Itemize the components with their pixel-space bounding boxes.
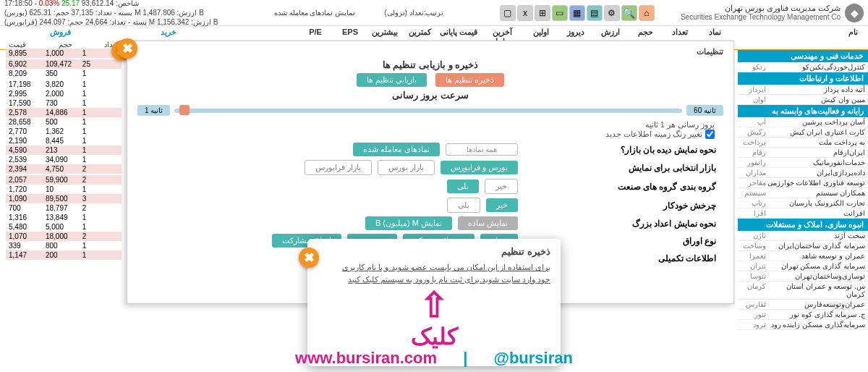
popup-text-link[interactable]: برای استفاده از این امکان می بایست عضو ش… [318, 261, 550, 285]
list-item[interactable]: آسان پرداخت پرشینآپ [738, 117, 868, 127]
traded-label[interactable]: نمایش نمادهای معامله شده [274, 9, 355, 17]
table-row[interactable]: 12134,590 [6, 145, 122, 155]
autorotate-label: چرخش خودکار [521, 200, 723, 211]
list-item[interactable]: سرمایه گذاری ساختمان‌ایرانوساخت [738, 241, 868, 251]
list-item[interactable]: ایران‌ارقامرقام [738, 148, 868, 158]
list-item[interactable]: داده‌پردازی‌ایرانمداران [738, 168, 868, 178]
chart-icon[interactable]: ▤ [587, 5, 603, 21]
table-row[interactable]: 218,0001,070 [6, 232, 122, 241]
table-row[interactable]: 113,8491,316 [6, 213, 122, 222]
excel-icon[interactable]: x [517, 5, 533, 21]
table-row[interactable]: 134,0902,539 [6, 155, 122, 164]
save-restore-title: ذخیره و بازیابی تنظیم ها [137, 59, 723, 70]
autorotate-no-button[interactable]: خیر [486, 198, 518, 212]
list-item[interactable]: عمران‌وتوسعه‌فارسثفارس [738, 300, 868, 310]
list-item[interactable]: سرمایه‌گذاری مسکن زاینده رودثرود [738, 320, 868, 330]
list-item[interactable]: سرمایه گذاری مسکن تهرانثتران [738, 261, 868, 271]
table-row[interactable]: 218,797700 [6, 203, 122, 213]
company-name-en: Securities Exchange Technology Managemen… [681, 13, 841, 22]
box-icon[interactable]: ▢ [500, 5, 516, 21]
table-row[interactable]: 18,4452,190 [6, 136, 122, 145]
popup-title: ذخیره تنظیم [318, 246, 550, 257]
table-row[interactable]: 11,0009,895 [6, 48, 122, 58]
table-row[interactable]: 13,82017,198 [6, 80, 122, 89]
gear-icon[interactable]: ⚙ [604, 5, 620, 21]
company-name-fa: شرکت مدیریت فناوری بورس تهران [681, 4, 841, 13]
list-item[interactable]: همکاران سیستمسیستم [738, 188, 868, 198]
restore-settings-button[interactable]: بازیابی تنظیم ها [357, 73, 427, 87]
slider-min: ثانیه 1 [137, 105, 170, 116]
list-item[interactable]: کارت اعتباری ایران کیشرکیش [738, 127, 868, 138]
table-row[interactable]: 11,3622,770 [6, 127, 122, 136]
table-row[interactable]: 24,7502,394 [6, 164, 122, 174]
market-both-button[interactable]: بورس و فرابورس [441, 161, 518, 174]
market-stats: شاخص: 93,612.14 25.17 %0.03 - 17:18:50 (… [4, 0, 218, 27]
group-yes-button[interactable]: بلی [447, 179, 479, 193]
autorotate-yes-button[interactable]: بلی [447, 198, 480, 213]
bg-change-checkbox[interactable] [705, 130, 715, 139]
list-item[interactable]: آتیه داده پردازاپرداز [738, 85, 868, 95]
footer-watermark: www.bursiran.com | @bursiran [295, 349, 573, 368]
table-row[interactable]: 114,8862,578 [6, 108, 122, 117]
table-row[interactable]: 150028,658 [6, 117, 122, 127]
list-item[interactable]: به پرداخت ملتپرداخت [738, 138, 868, 148]
monitor-icon[interactable]: ▭ [552, 5, 568, 21]
refresh-slider[interactable] [174, 109, 682, 113]
sidebar-groups: خدمات فنی و مهندسیکنترل‌خوردگی‌تکین‌کورت… [738, 50, 868, 357]
traded-symbols-button[interactable]: نمادهای معامله شده [353, 143, 440, 156]
list-item[interactable]: مبین وان کیشاوان [738, 95, 868, 105]
all-symbols-option[interactable]: همه نمادها [446, 143, 518, 156]
group-no-button[interactable]: خیر [485, 179, 518, 194]
table-row[interactable]: 1800339 [6, 241, 122, 250]
list-item[interactable]: ج. سرمایه گذاری کوه نورثنور [738, 310, 868, 320]
popup-close-icon[interactable]: ✖ [299, 248, 319, 268]
login-popup: ✖ ذخیره تنظیم برای استفاده از این امکان … [307, 239, 561, 366]
list-item[interactable]: س. توسعه و عمران استان کرمانکرمان [738, 282, 868, 300]
home-icon[interactable]: ⌂ [639, 5, 655, 21]
disp-simple-button[interactable]: نمایش ساده [458, 216, 518, 230]
market-label: بازار انتخابی برای نمایش [521, 163, 723, 173]
sort-label[interactable]: ترتیب:تعداد (نزولی) [384, 9, 443, 17]
table-row[interactable]: 173017,590 [6, 98, 122, 108]
table-row[interactable]: 12,0002,995 [6, 89, 122, 98]
save-settings-button[interactable]: ذخیره تنظیم ها [435, 73, 504, 87]
table-row[interactable]: 13508,209 [6, 69, 122, 78]
list-item[interactable]: خدمات‌انفورماتیکرانفور [738, 158, 868, 168]
slider-max: ثانیه 60 [686, 105, 723, 116]
group-title: خدمات فنی و مهندسی [738, 50, 868, 62]
table-row[interactable]: 12001,147 [6, 250, 122, 260]
list-item[interactable]: افرانتافرا [738, 208, 868, 219]
click-label: کلیک [318, 323, 550, 350]
list-item[interactable]: توسعه فناوری اطلاعات خوارزمیمفاخر [738, 178, 868, 188]
sell-table: ✖ تعداد حجم قیمت 11,0009,89525109,4726,9… [6, 41, 122, 260]
market-bourse-button[interactable]: بازار بورس [378, 160, 435, 175]
list-item[interactable]: عمران و توسعه شاهدثعمرا [738, 251, 868, 261]
watchlist-label: نحوه نمایش دیده بان بازار؟ [521, 145, 723, 155]
group-title: اطلاعات و ارتباطات [738, 72, 868, 85]
list-item[interactable]: تجارت الکترونیک پارسیانرتاپ [738, 198, 868, 208]
bignum-label: نحوه نمایش اعداد بزرگ [521, 219, 723, 229]
calc-icon[interactable]: ▦ [569, 5, 585, 21]
table-row[interactable]: 259,9002,057 [6, 175, 122, 185]
settings-title: تنظیمات [137, 47, 723, 56]
logo-icon: ◆ [845, 4, 864, 22]
search-icon[interactable]: 🔍 [621, 5, 637, 21]
close-icon[interactable]: ✖ [117, 38, 137, 59]
grid-icon[interactable]: ⊞ [535, 5, 550, 21]
refresh-every: بروز رسانی هر 1 ثانیه [137, 120, 723, 130]
market-farab-button[interactable]: بازار فرابورس [305, 160, 372, 175]
arrow-up-icon: ⇧ [318, 288, 550, 323]
refresh-title: سرعت بروز رسانی [137, 90, 723, 101]
table-row[interactable]: 389,5001,090 [6, 194, 122, 203]
table-row[interactable]: 1101,720 [6, 185, 122, 194]
table-row[interactable]: 25109,4726,902 [6, 59, 122, 69]
disp-m-button[interactable]: نمایش M (میلیون) B [365, 216, 452, 230]
list-item[interactable]: نوسازی‌وساختمان‌تهرانثنوسا [738, 271, 868, 282]
list-item[interactable]: کنترل‌خوردگی‌تکین‌کورتکو [738, 62, 868, 72]
list-item[interactable]: سخت آژندثاژن [738, 231, 868, 241]
group-title: انبوه سازی، املاک و مستغلات [738, 219, 868, 231]
table-row[interactable]: 15,0005,480 [6, 222, 122, 232]
group-label: گروه بندی گروه های صنعت [521, 182, 723, 192]
group-title: رایانه و فعالیت‌های وابسته به [738, 105, 868, 117]
